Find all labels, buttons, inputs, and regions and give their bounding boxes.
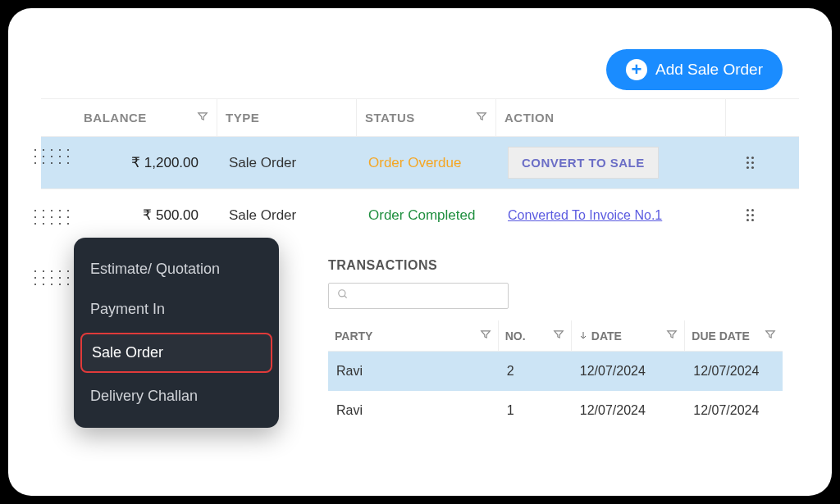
search-box[interactable] [328,283,509,309]
column-label: BALANCE [84,111,147,125]
filter-icon[interactable] [197,111,208,125]
plus-icon: + [626,59,647,80]
column-label: STATUS [365,111,415,125]
column-header-balance: BALANCE [41,99,217,136]
cell-date: 12/07/2024 [572,391,686,430]
sale-type-popup-menu: Estimate/ Quotation Payment In Sale Orde… [74,238,279,428]
column-label: DUE DATE [692,329,750,343]
orders-table-header: BALANCE TYPE STATUS ACTION [41,98,799,136]
orders-table: BALANCE TYPE STATUS ACTION ₹ 1,200.00 Sa… [41,98,799,241]
transactions-panel: TRANSACTIONS PARTY NO. DATE DUE [328,258,783,430]
column-header-status: STATUS [357,99,496,136]
cell-party: Ravi [328,391,499,430]
filter-icon[interactable] [666,329,678,343]
svg-point-0 [339,290,345,297]
column-header-type: TYPE [217,99,357,136]
filter-icon[interactable] [480,329,491,343]
table-row[interactable]: ₹ 1,200.00 Sale Order Order Overdue CONV… [41,136,799,188]
add-sale-order-button[interactable]: + Add Sale Order [606,49,783,90]
cell-no: 2 [499,352,572,391]
column-header-date[interactable]: DATE [572,320,686,351]
drag-handle-icon[interactable] [34,149,69,164]
transactions-header: PARTY NO. DATE DUE DATE [328,320,783,352]
drag-handle-icon[interactable] [34,210,69,225]
cell-no: 1 [499,391,572,430]
transactions-title: TRANSACTIONS [328,258,783,273]
column-header-action: ACTION [496,99,726,136]
cell-due-date: 12/07/2024 [685,391,783,430]
svg-line-1 [345,296,347,298]
search-input[interactable] [355,289,500,302]
transaction-row[interactable]: Ravi 2 12/07/2024 12/07/2024 [328,352,783,391]
table-row[interactable]: ₹ 500.00 Sale Order Order Completed Conv… [41,188,799,241]
filter-icon[interactable] [765,329,776,343]
cell-party: Ravi [328,352,499,391]
cell-type: Sale Order [217,137,357,188]
status-badge: Order Completed [368,207,475,224]
app-window: + Add Sale Order BALANCE TYPE STATUS ACT… [8,8,832,496]
column-label: PARTY [335,329,372,343]
cell-date: 12/07/2024 [572,352,686,391]
cell-due-date: 12/07/2024 [685,352,783,391]
column-header-no: NO. [499,320,572,351]
drag-dots-icon [746,157,754,169]
column-header-due-date: DUE DATE [685,320,783,351]
transaction-row[interactable]: Ravi 1 12/07/2024 12/07/2024 [328,391,783,430]
drag-dots-icon [746,209,754,221]
column-header-party: PARTY [328,320,499,351]
row-drag-handles [34,149,69,285]
add-button-label: Add Sale Order [655,61,763,79]
cell-type: Sale Order [217,189,357,241]
column-label: NO. [505,329,526,343]
converted-invoice-link[interactable]: Converted To Invoice No.1 [508,208,662,223]
column-header-menu [726,99,775,136]
filter-icon[interactable] [553,329,564,343]
sort-arrow-icon [578,329,588,343]
column-label: DATE [591,329,622,343]
menu-item-estimate[interactable]: Estimate/ Quotation [74,249,279,289]
column-label: TYPE [226,111,259,125]
drag-handle-icon[interactable] [34,270,69,285]
menu-item-payment-in[interactable]: Payment In [74,289,279,329]
convert-to-sale-button[interactable]: CONVERT TO SALE [508,147,659,179]
search-icon [337,288,349,303]
menu-item-delivery-challan[interactable]: Delivery Challan [74,376,279,416]
filter-icon[interactable] [476,111,487,125]
row-menu-button[interactable] [726,189,775,241]
status-badge: Order Overdue [368,155,461,171]
column-label: ACTION [504,111,555,125]
menu-item-sale-order[interactable]: Sale Order [80,333,272,373]
row-menu-button[interactable] [726,137,775,188]
